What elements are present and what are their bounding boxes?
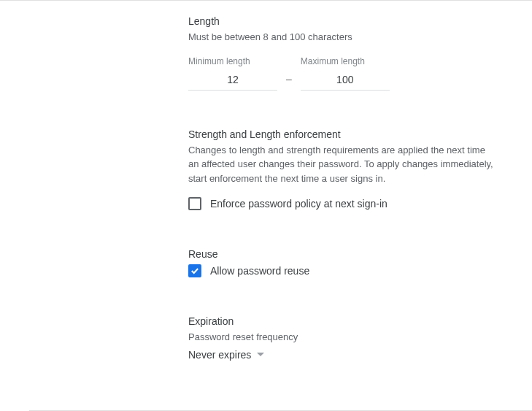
max-length-input[interactable] bbox=[301, 69, 390, 91]
chevron-down-icon bbox=[257, 353, 264, 356]
length-title: Length bbox=[188, 15, 510, 27]
enforce-checkbox-row: Enforce password policy at next sign-in bbox=[188, 197, 510, 210]
min-length-input[interactable] bbox=[188, 69, 277, 91]
enforcement-description: Changes to length and strength requireme… bbox=[188, 143, 495, 186]
reuse-title: Reuse bbox=[188, 248, 510, 260]
expiration-selected-value: Never expires bbox=[188, 349, 251, 361]
min-length-label: Minimum length bbox=[188, 56, 277, 66]
reuse-section: Reuse Allow password reuse bbox=[188, 248, 510, 277]
expiration-section: Expiration Password reset frequency Neve… bbox=[188, 315, 510, 361]
max-length-label: Maximum length bbox=[301, 56, 390, 66]
checkmark-icon bbox=[190, 267, 199, 274]
password-settings-panel: Length Must be between 8 and 100 charact… bbox=[0, 1, 532, 361]
enforce-checkbox-label: Enforce password policy at next sign-in bbox=[210, 198, 388, 210]
length-section: Length Must be between 8 and 100 charact… bbox=[188, 15, 510, 91]
reuse-checkbox-label: Allow password reuse bbox=[210, 265, 309, 277]
expiration-description: Password reset frequency bbox=[188, 330, 495, 345]
enforcement-title: Strength and Length enforcement bbox=[188, 128, 510, 140]
length-description: Must be between 8 and 100 characters bbox=[188, 30, 495, 45]
range-dash: – bbox=[286, 73, 292, 91]
enforce-checkbox[interactable] bbox=[188, 197, 201, 210]
reuse-checkbox-row: Allow password reuse bbox=[188, 264, 510, 277]
length-inputs-row: Minimum length – Maximum length bbox=[188, 56, 510, 91]
enforcement-section: Strength and Length enforcement Changes … bbox=[188, 128, 510, 211]
reuse-checkbox[interactable] bbox=[188, 264, 201, 277]
expiration-dropdown[interactable]: Never expires bbox=[188, 349, 510, 361]
max-length-field: Maximum length bbox=[301, 56, 390, 91]
min-length-field: Minimum length bbox=[188, 56, 277, 91]
expiration-title: Expiration bbox=[188, 315, 510, 327]
